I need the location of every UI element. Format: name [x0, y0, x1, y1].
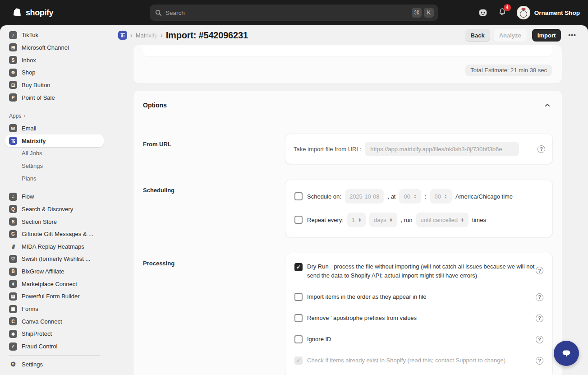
sidebar-item-label: Microsoft Channel	[22, 44, 69, 51]
inbox-icon: S	[9, 56, 17, 64]
sidebar-item-bixgrow[interactable]: B BixGrow Affiliate	[5, 265, 104, 278]
stepper-down-icon[interactable]: ▼	[413, 196, 417, 199]
sidebar-item-fraud-control[interactable]: ✓ Fraud Control	[5, 340, 104, 353]
breadcrumb-app[interactable]: Matrixify	[136, 32, 157, 39]
matrixify-breadcrumb-icon[interactable]	[118, 31, 127, 40]
global-search-input[interactable]: Search ⌘ K	[150, 5, 438, 21]
sidebar-item-label: Search & Discovery	[22, 206, 73, 213]
check-exists-text: Check if items already exist in Shopify	[307, 357, 408, 364]
schedule-minute-stepper[interactable]: 00▲▼	[430, 189, 452, 204]
import-order-checkbox[interactable]	[294, 293, 303, 301]
sidebar-item-matrixify[interactable]: Matrixify	[5, 134, 104, 147]
sidebar-item-label: Forms	[22, 306, 38, 312]
remove-apostrophe-checkbox[interactable]	[294, 314, 303, 322]
chat-launcher-button[interactable]	[554, 341, 579, 366]
sidebar-item-powerful-form-builder[interactable]: ▤ Powerful Form Builder	[5, 290, 104, 303]
sidebar-item-point-of-sale[interactable]: P Point of Sale	[5, 91, 104, 104]
sidebar-item-label: BixGrow Affiliate	[22, 268, 64, 275]
sidebar-item-label: Fraud Control	[22, 343, 57, 350]
page-title: Import: #542096231	[166, 30, 248, 41]
sidekick-icon[interactable]	[478, 8, 488, 18]
cmd-key-badge: ⌘	[412, 8, 422, 18]
read-this-link[interactable]: (read this; contact Support to change)	[408, 357, 506, 364]
help-icon[interactable]: ?	[536, 267, 543, 274]
timezone-label: America/Chicago time	[455, 193, 513, 200]
sidebar-item-flow[interactable]: ∴ Flow	[5, 190, 104, 203]
collapse-options-button[interactable]	[542, 100, 553, 111]
estimate-card: Total Estimate: 21 min 38 sec	[133, 45, 562, 83]
search-placeholder: Search	[165, 9, 409, 16]
help-icon[interactable]: ?	[536, 293, 543, 301]
help-icon[interactable]: ?	[536, 336, 543, 343]
breadcrumb-chevron-icon: ›	[161, 32, 163, 39]
sidebar-item-giftnote[interactable]: G Giftnote Gift Messages & ...	[5, 228, 104, 241]
sidebar-item-tiktok[interactable]: ♪ TikTok	[5, 29, 104, 42]
sidebar-item-mida-replay[interactable]: /// MIDA Replay Heatmaps	[5, 241, 104, 253]
sidebar-item-label: Flow	[22, 193, 34, 200]
sidebar-subitem-label: All Jobs	[22, 150, 42, 157]
sidebar-item-swish[interactable]: ♡ Swish (formerly Wishlist ...	[5, 253, 104, 265]
stepper-down-icon[interactable]: ▼	[444, 196, 447, 199]
scheduling-label: Scheduling	[143, 187, 175, 194]
select-down-icon: ▼	[390, 220, 393, 222]
more-actions-button[interactable]: •••	[565, 29, 580, 42]
processing-row: Processing ✓ Dry Run - process the file …	[143, 253, 553, 375]
help-icon[interactable]: ?	[536, 357, 543, 365]
repeat-every-checkbox[interactable]	[294, 216, 303, 224]
run-count-select[interactable]: until cancelled▲▼	[416, 213, 469, 227]
sidebar-item-plans[interactable]: Plans	[5, 172, 104, 185]
back-button[interactable]: Back	[465, 29, 490, 42]
schedule-on-checkbox[interactable]	[294, 192, 303, 200]
notifications-button[interactable]: 4	[498, 7, 507, 19]
minute-value: 00	[435, 193, 441, 200]
sidebar-item-search-discovery[interactable]: Q Search & Discovery	[5, 203, 104, 216]
sidebar-item-label: Matrixify	[22, 138, 46, 144]
sidebar-item-buy-button[interactable]: ⊡ Buy Button	[5, 79, 104, 92]
topbar: shopify Search ⌘ K 4 Ornament Sh	[0, 0, 588, 25]
sidebar-item-label: Settings	[22, 361, 43, 368]
shopify-logo[interactable]: shopify	[13, 7, 53, 18]
sidebar-item-section-store[interactable]: S Section Store	[5, 215, 104, 228]
sidebar-item-marketplace-connect[interactable]: ✳ Marketplace Connect	[5, 278, 104, 290]
sidebar-item-label: Shop	[22, 69, 35, 76]
processing-label: Processing	[143, 260, 175, 267]
repeat-unit-select[interactable]: days▲▼	[369, 213, 397, 227]
hour-value: 00	[404, 193, 410, 200]
dry-run-checkbox[interactable]: ✓	[294, 263, 303, 271]
schedule-hour-stepper[interactable]: 00▲▼	[399, 189, 421, 204]
buy-button-icon: ⊡	[9, 81, 17, 89]
check-exists-label: Check if items already exist in Shopify …	[307, 356, 535, 365]
fraud-control-icon: ✓	[9, 343, 17, 351]
schedule-date-input[interactable]: 2025-10-08	[345, 189, 384, 204]
import-url-input[interactable]	[365, 142, 519, 156]
ignore-id-checkbox[interactable]	[294, 335, 303, 343]
sidebar-item-microsoft-channel[interactable]: ⊞ Microsoft Channel	[5, 42, 104, 54]
sidebar-item-forms[interactable]: ▣ Forms	[5, 303, 104, 315]
sidebar-item-shop[interactable]: ⊚ Shop	[5, 66, 104, 79]
marketplace-connect-icon: ✳	[9, 280, 17, 288]
sidebar-item-email[interactable]: ✉ Email	[5, 122, 104, 135]
microsoft-channel-icon: ⊞	[9, 43, 17, 51]
notification-badge: 4	[504, 4, 511, 11]
import-button[interactable]: Import	[532, 29, 561, 42]
breadcrumb-chevron-icon: ›	[130, 32, 133, 39]
sidebar-item-all-jobs[interactable]: All Jobs	[5, 147, 104, 160]
sidebar-item-canva-connect[interactable]: C Canva Connect	[5, 315, 104, 328]
shop-channel-icon: ⊚	[9, 69, 17, 77]
repeat-interval-stepper[interactable]: 1▲▼	[347, 213, 366, 227]
import-order-label: Import items in the order as they appear…	[307, 292, 535, 301]
form-builder-icon: ▤	[9, 292, 17, 301]
help-icon[interactable]: ?	[536, 315, 543, 322]
sidebar-item-matrixify-settings[interactable]: Settings	[5, 160, 104, 172]
analyze-button[interactable]: Analyze	[494, 29, 527, 42]
sidebar-item-label: MIDA Replay Heatmaps	[22, 243, 84, 250]
sidebar-item-shipprotect[interactable]: ◈ ShipProtect	[5, 328, 104, 340]
sidebar-item-inbox[interactable]: S Inbox	[5, 54, 104, 66]
sidebar-item-settings[interactable]: ⚙ Settings	[5, 358, 104, 370]
stepper-down-icon[interactable]: ▼	[358, 220, 361, 222]
help-icon[interactable]: ?	[537, 145, 545, 153]
shop-menu[interactable]: Ornament Shop	[517, 6, 580, 19]
sidebar-apps-header[interactable]: Apps ›	[5, 110, 104, 122]
sidebar-item-label: Powerful Form Builder	[22, 293, 80, 300]
options-title: Options	[143, 102, 167, 109]
